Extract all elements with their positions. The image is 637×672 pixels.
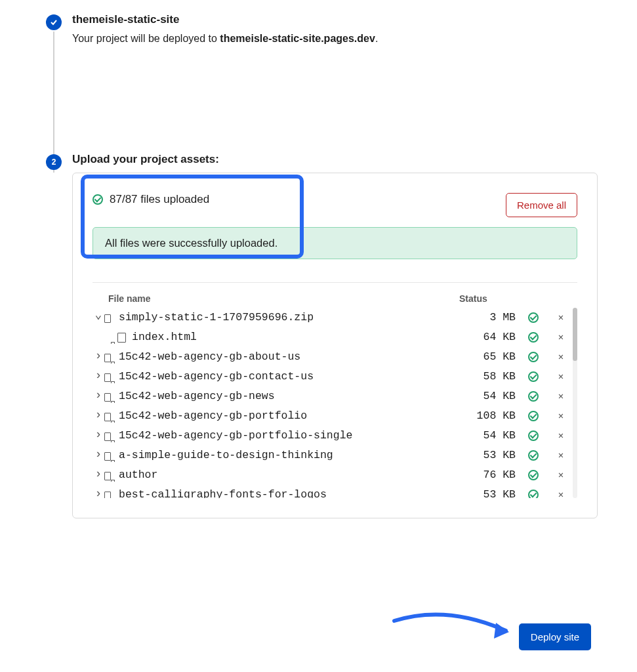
file-row[interactable]: best-calligraphy-fonts-for-logos 53 KB <box>92 485 577 498</box>
step-1-indicator <box>46 14 62 30</box>
chevron-right-icon[interactable] <box>92 467 104 484</box>
step-1-description: Your project will be deployed to themeis… <box>72 33 598 45</box>
file-name: 15c42-web-agency-gb-portfolio <box>119 408 466 425</box>
file-status-success-icon <box>529 450 545 461</box>
header-filename: File name <box>108 293 459 304</box>
success-banner: All files were successfully uploaded. <box>92 227 577 259</box>
step-2: 2 Upload your project assets: 87/87 file… <box>46 153 598 518</box>
folder-icon <box>104 392 115 401</box>
step-1-title: themeisle-static-site <box>72 13 598 26</box>
chevron-right-icon[interactable] <box>92 447 104 464</box>
folder-icon <box>104 471 115 480</box>
file-row[interactable]: simply-static-1-1707959696.zip 3 MB <box>92 308 577 327</box>
file-size: 65 KB <box>466 348 516 366</box>
folder-icon <box>104 491 115 499</box>
file-name: best-calligraphy-fonts-for-logos <box>119 486 466 498</box>
file-row[interactable]: author 76 KB <box>92 465 577 485</box>
file-size: 108 KB <box>466 408 516 425</box>
upload-status-text: 87/87 files uploaded <box>110 193 209 206</box>
file-name: 15c42-web-agency-gb-portfolio-single <box>119 427 466 444</box>
remove-all-button[interactable]: Remove all <box>506 193 577 217</box>
folder-icon <box>104 432 115 440</box>
folder-icon <box>104 412 115 421</box>
step-2-indicator: 2 <box>46 154 62 170</box>
file-status-success-icon <box>529 470 545 480</box>
deploy-section: Deploy site <box>0 532 637 670</box>
file-status-success-icon <box>529 490 545 498</box>
file-name: 15c42-web-agency-gb-contact-us <box>119 368 466 385</box>
file-row[interactable]: 15c42-web-agency-gb-contact-us 58 KB <box>92 367 577 387</box>
file-status-success-icon <box>529 352 545 362</box>
file-status-success-icon <box>529 411 545 421</box>
success-icon <box>92 194 103 205</box>
file-name: a-simple-guide-to-design-thinking <box>119 447 466 464</box>
folder-icon <box>104 373 115 381</box>
file-status-success-icon <box>529 430 545 441</box>
upload-panel: 87/87 files uploaded Remove all All file… <box>72 173 598 518</box>
file-status-success-icon <box>529 391 545 402</box>
file-row[interactable]: a-simple-guide-to-design-thinking 53 KB <box>92 446 577 465</box>
file-row[interactable]: 15c42-web-agency-gb-portfolio108 KB <box>92 406 577 426</box>
scrollbar-thumb[interactable] <box>573 308 577 361</box>
file-name: 15c42-web-agency-gb-news <box>119 388 466 405</box>
file-size: 3 MB <box>466 309 516 326</box>
file-name: author <box>119 467 466 484</box>
file-list[interactable]: simply-static-1-1707959696.zip 3 MBindex… <box>92 308 577 498</box>
file-name: simply-static-1-1707959696.zip <box>119 309 466 326</box>
file-name: index.html <box>132 329 466 346</box>
upload-status: 87/87 files uploaded <box>92 193 209 206</box>
step-2-title: Upload your project assets: <box>72 153 598 166</box>
file-name: 15c42-web-agency-gb-about-us <box>119 348 466 366</box>
step-1: themeisle-static-site Your project will … <box>46 13 598 153</box>
file-size: 54 KB <box>466 427 516 444</box>
folder-icon <box>104 452 115 460</box>
folder-icon <box>104 353 115 362</box>
file-size: 53 KB <box>466 447 516 464</box>
table-header: File name Status <box>92 289 577 308</box>
chevron-down-icon[interactable] <box>92 309 104 326</box>
chevron-right-icon[interactable] <box>92 348 104 366</box>
file-row[interactable]: 15c42-web-agency-gb-news 54 KB <box>92 387 577 406</box>
file-row[interactable]: index.html 64 KB <box>92 327 577 347</box>
file-size: 54 KB <box>466 388 516 405</box>
chevron-right-icon[interactable] <box>92 388 104 405</box>
scrollbar[interactable] <box>573 308 577 498</box>
file-table: File name Status simply-static-1-1707959… <box>92 282 577 498</box>
deploy-site-button[interactable]: Deploy site <box>519 623 591 650</box>
step-connector-line <box>53 32 54 173</box>
header-status: Status <box>459 293 525 304</box>
file-size: 76 KB <box>466 467 516 484</box>
chevron-right-icon[interactable] <box>92 427 104 444</box>
chevron-right-icon[interactable] <box>92 368 104 385</box>
file-row[interactable]: 15c42-web-agency-gb-about-us 65 KB <box>92 347 577 367</box>
file-size: 64 KB <box>466 329 516 346</box>
file-row[interactable]: 15c42-web-agency-gb-portfolio-single 54 … <box>92 426 577 446</box>
file-status-success-icon <box>529 332 545 343</box>
file-size: 53 KB <box>466 486 516 498</box>
check-icon <box>50 18 58 26</box>
annotation-arrow <box>388 598 519 650</box>
file-status-success-icon <box>529 371 545 382</box>
document-icon <box>117 333 128 343</box>
folder-icon <box>104 314 115 322</box>
chevron-right-icon[interactable] <box>92 486 104 498</box>
file-size: 58 KB <box>466 368 516 385</box>
file-status-success-icon <box>529 312 545 323</box>
chevron-right-icon[interactable] <box>92 408 104 425</box>
